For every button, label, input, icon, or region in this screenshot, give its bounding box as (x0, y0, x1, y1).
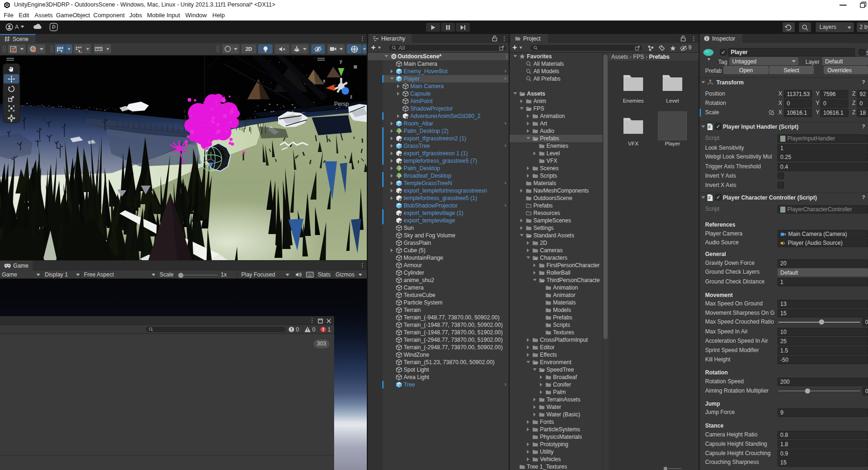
svg-text:#: # (708, 124, 711, 130)
svg-text:#: # (708, 195, 711, 200)
svg-text:y: y (340, 59, 342, 64)
svg-text:z: z (350, 94, 352, 99)
svg-text:x: x (323, 78, 325, 83)
svg-text:Y: Y (60, 49, 63, 53)
svg-text:Persp: Persp (334, 101, 349, 107)
